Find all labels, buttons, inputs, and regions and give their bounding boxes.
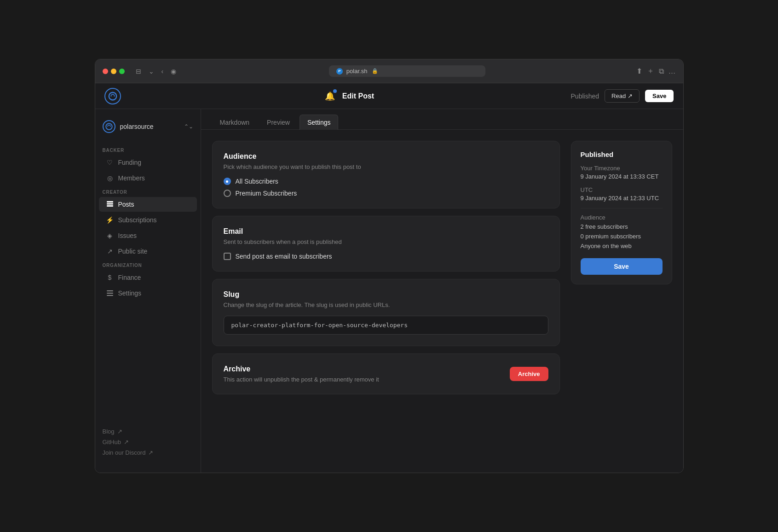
svg-rect-2	[107, 201, 113, 202]
archive-button[interactable]: Archive	[510, 367, 548, 381]
archive-description: This action will unpublish the post & pe…	[224, 376, 379, 383]
lock-icon: 🔒	[372, 68, 378, 74]
address-bar-container: P polar.sh 🔒	[184, 65, 630, 77]
issues-icon: ◈	[106, 232, 114, 239]
slug-input[interactable]	[224, 316, 548, 335]
sidebar-item-label: Finance	[118, 274, 141, 281]
notification-badge	[333, 89, 337, 93]
org-chevron-icon: ⌃⌄	[184, 123, 193, 130]
external-icon: ↗	[106, 248, 114, 255]
sidebar-item-posts[interactable]: Posts	[99, 197, 197, 212]
browser-window: ⊟ ⌄ ‹ ◉ P polar.sh 🔒 ⬆ ＋ ⧉ …	[95, 59, 684, 473]
utc-group: UTC 9 January 2024 at 12:33 UTC	[581, 186, 663, 202]
sidebar-item-settings[interactable]: Settings	[99, 286, 197, 301]
send-email-checkbox[interactable]	[224, 253, 231, 260]
archive-text-block: Archive This action will unpublish the p…	[224, 365, 379, 383]
published-panel-title: Published	[581, 150, 663, 158]
minimize-button[interactable]	[111, 69, 116, 74]
section-label-creator: CREATOR	[95, 186, 201, 197]
timezone-value: 9 January 2024 at 13:33 CET	[581, 173, 663, 180]
send-email-label: Send post as email to subscribers	[236, 253, 332, 260]
timezone-label: Your Timezone	[581, 165, 663, 172]
archive-card: Archive This action will unpublish the p…	[212, 353, 560, 394]
address-bar[interactable]: P polar.sh 🔒	[329, 65, 485, 77]
published-info-card: Published Your Timezone 9 January 2024 a…	[571, 141, 672, 284]
github-link[interactable]: GitHub ↗	[103, 437, 193, 447]
sidebar-item-label: Members	[118, 174, 145, 182]
radio-all-subscribers[interactable]: All Subscribers	[224, 178, 548, 185]
app-logo	[104, 88, 121, 104]
more-icon[interactable]: …	[669, 67, 676, 75]
right-panel: Published Your Timezone 9 January 2024 a…	[571, 141, 672, 462]
svg-rect-5	[107, 290, 113, 291]
right-save-button[interactable]: Save	[581, 258, 663, 275]
sidebar-item-finance[interactable]: $ Finance	[99, 270, 197, 285]
radio-label: Premium Subscribers	[236, 190, 297, 197]
sidebar-item-label: Posts	[118, 201, 134, 208]
notifications-icon[interactable]: 🔔	[325, 91, 335, 101]
close-button[interactable]	[103, 69, 108, 74]
tabs-icon[interactable]: ⧉	[659, 67, 664, 75]
browser-chrome: ⊟ ⌄ ‹ ◉ P polar.sh 🔒 ⬆ ＋ ⧉ …	[95, 59, 683, 83]
content-area: Markdown Preview Settings Aud	[201, 109, 683, 473]
sidebar-item-public-site[interactable]: ↗ Public site	[99, 244, 197, 259]
tab-markdown[interactable]: Markdown	[212, 115, 258, 130]
profile-icon[interactable]: ◉	[169, 66, 178, 77]
header-save-button[interactable]: Save	[645, 90, 674, 102]
read-button[interactable]: Read ↗	[605, 89, 640, 103]
utc-value: 9 January 2024 at 12:33 UTC	[581, 195, 663, 202]
slug-card: Slug Change the slug of the article. The…	[212, 279, 560, 346]
back-icon[interactable]: ‹	[160, 66, 166, 77]
utc-label: UTC	[581, 186, 663, 193]
email-title: Email	[224, 227, 548, 236]
archive-title: Archive	[224, 365, 379, 373]
section-label-backer: BACKER	[95, 144, 201, 155]
audience-panel-label: Audience	[581, 214, 663, 221]
svg-rect-4	[107, 205, 113, 207]
email-card: Email Sent to subscribers when a post is…	[212, 216, 560, 272]
app-header: 🔔 Edit Post Published Read ↗ Save	[95, 83, 683, 109]
page-title: Edit Post	[342, 92, 374, 100]
sidebar-item-members[interactable]: ◎ Members	[99, 171, 197, 185]
radio-premium-subscribers[interactable]: Premium Subscribers	[224, 190, 548, 197]
svg-rect-3	[107, 203, 113, 205]
sidebar-item-subscriptions[interactable]: ⚡ Subscriptions	[99, 213, 197, 227]
blog-link[interactable]: Blog ↗	[103, 426, 193, 437]
settings-panel: Audience Pick which audience you want to…	[212, 141, 560, 462]
sidebar-toggle-icon[interactable]: ⊟	[134, 66, 143, 77]
slug-title: Slug	[224, 290, 548, 299]
sidebar-item-funding[interactable]: ♡ Funding	[99, 155, 197, 170]
external-link-icon: ↗	[117, 428, 122, 435]
send-email-checkbox-item[interactable]: Send post as email to subscribers	[224, 253, 548, 260]
svg-rect-6	[107, 293, 113, 294]
audience-radio-group: All Subscribers Premium Subscribers	[224, 178, 548, 197]
premium-subscribers: 0 premium subscribers	[581, 232, 663, 242]
timezone-group: Your Timezone 9 January 2024 at 13:33 CE…	[581, 165, 663, 180]
section-label-org: ORGANIZATION	[95, 259, 201, 270]
tab-preview[interactable]: Preview	[259, 115, 298, 130]
slug-description: Change the slug of the article. The slug…	[224, 301, 548, 308]
sidebar-item-label: Settings	[118, 289, 142, 297]
radio-all-selected	[224, 178, 231, 185]
audience-description: Pick which audience you want to publish …	[224, 163, 548, 170]
share-icon[interactable]: ⬆	[636, 67, 642, 75]
tab-settings[interactable]: Settings	[300, 115, 339, 130]
org-switcher[interactable]: polarsource ⌃⌄	[95, 116, 201, 137]
discord-link[interactable]: Join our Discord ↗	[103, 447, 193, 458]
chevron-down-icon[interactable]: ⌄	[147, 66, 156, 77]
svg-rect-7	[107, 295, 113, 296]
traffic-lights	[103, 69, 125, 74]
url-text: polar.sh	[346, 68, 368, 75]
sidebar-item-label: Issues	[118, 232, 137, 239]
sidebar-item-label: Funding	[118, 159, 142, 166]
settings-icon	[106, 289, 114, 297]
maximize-button[interactable]	[119, 69, 125, 74]
new-tab-icon[interactable]: ＋	[647, 66, 654, 76]
members-icon: ◎	[106, 174, 114, 182]
browser-actions: ⬆ ＋ ⧉ …	[636, 66, 676, 76]
browser-toolbar: ⊟ ⌄ ‹ ◉	[134, 66, 179, 77]
sidebar-item-issues[interactable]: ◈ Issues	[99, 228, 197, 243]
tabs-bar: Markdown Preview Settings	[201, 109, 683, 130]
subscriptions-icon: ⚡	[106, 216, 114, 224]
external-link-icon: ↗	[148, 449, 153, 456]
